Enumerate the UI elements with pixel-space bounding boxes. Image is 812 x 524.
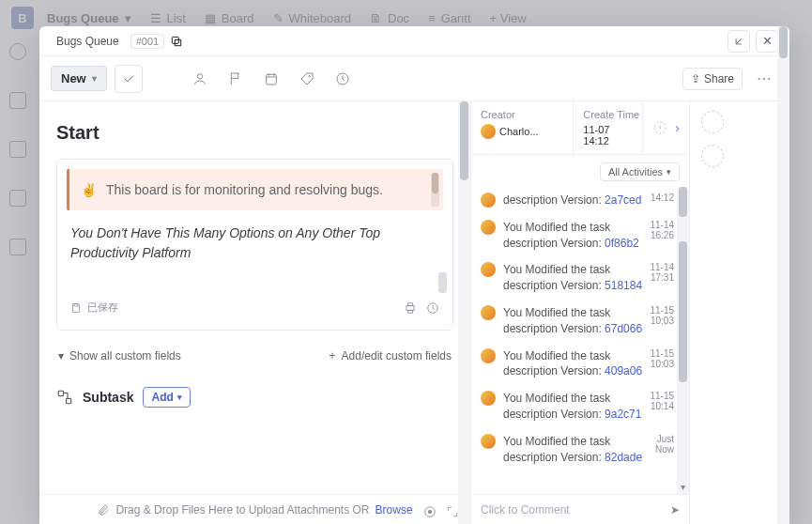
flag-icon[interactable] xyxy=(222,65,250,93)
activity-text: You Modified the task description Versio… xyxy=(503,262,642,294)
record-icon[interactable] xyxy=(423,505,437,518)
activity-feed: ▴ ▾ description Version: 2a7ced14:12You … xyxy=(471,187,689,494)
breadcrumb[interactable]: Bugs Queue xyxy=(51,33,125,50)
assignee-icon[interactable] xyxy=(186,65,214,93)
svg-rect-2 xyxy=(266,74,276,85)
activity-text: You Modified the task description Versio… xyxy=(503,391,642,423)
clock-dashed-icon[interactable] xyxy=(652,120,667,135)
estimate-icon[interactable] xyxy=(329,65,357,93)
notice-scrollbar[interactable] xyxy=(431,173,439,207)
activity-item: You Modified the task description Versio… xyxy=(481,385,683,428)
description-card: ✌️ This board is for monitoring and reso… xyxy=(56,159,453,331)
dropzone[interactable]: Drag & Drop Files Here to Upload Attachm… xyxy=(39,494,470,524)
show-fields-toggle[interactable]: ▾Show all custom fields xyxy=(58,349,181,362)
activity-time: 11-1416:26 xyxy=(650,220,674,252)
popout-icon[interactable] xyxy=(170,35,183,48)
svg-point-1 xyxy=(197,73,202,78)
activity-item: You Modified the task description Versio… xyxy=(481,214,683,257)
version-link[interactable]: 409a06 xyxy=(605,364,642,378)
version-link[interactable]: 0f86b2 xyxy=(605,237,639,250)
create-time-label: Create Time xyxy=(583,109,633,120)
left-scroll: Start ✌️ This board is for monitoring an… xyxy=(39,101,470,494)
calendar-icon[interactable] xyxy=(257,65,285,93)
meta-header: Creator Charlo... Create Time 11-0714:12… xyxy=(471,101,689,155)
activity-item: description Version: 2a7ced14:12 xyxy=(481,187,683,214)
rail-clock-icon[interactable] xyxy=(701,111,724,133)
minimize-button[interactable] xyxy=(728,30,750,53)
svg-point-3 xyxy=(309,75,310,76)
close-button[interactable]: ✕ xyxy=(756,30,778,53)
notice-banner: ✌️ This board is for monitoring and reso… xyxy=(67,169,443,210)
custom-fields-row: ▾Show all custom fields +Add/edit custom… xyxy=(56,346,453,366)
chevron-down-icon: ▾ xyxy=(666,167,671,177)
task-modal: Bugs Queue #001 ✕ New▾ ⇪Share ⋯ Start ✌️… xyxy=(39,26,789,524)
left-pane: Start ✌️ This board is for monitoring an… xyxy=(39,101,471,524)
svg-rect-5 xyxy=(74,303,78,306)
activity-item: You Modified the task description Versio… xyxy=(481,428,683,471)
version-link[interactable]: 2a7ced xyxy=(605,193,641,207)
complete-button[interactable] xyxy=(115,65,143,93)
svg-rect-8 xyxy=(408,310,413,313)
left-scrollbar[interactable] xyxy=(458,101,470,524)
modal-body: Start ✌️ This board is for monitoring an… xyxy=(39,101,789,524)
right-rail xyxy=(689,101,734,524)
activity-pane: Creator Charlo... Create Time 11-0714:12… xyxy=(471,101,689,524)
add-fields[interactable]: +Add/edit custom fields xyxy=(329,349,452,362)
version-link[interactable]: 9a2c71 xyxy=(605,408,641,421)
send-icon[interactable]: ➤ xyxy=(670,503,680,516)
activity-time: 11-1417:31 xyxy=(650,262,674,294)
avatar xyxy=(481,220,496,235)
avatar xyxy=(481,391,496,406)
modal-toolbar: New▾ ⇪Share ⋯ xyxy=(39,56,789,101)
browse-link[interactable]: Browse xyxy=(375,503,413,516)
svg-rect-10 xyxy=(58,391,63,395)
svg-point-13 xyxy=(428,510,432,514)
share-button[interactable]: ⇪Share xyxy=(682,68,743,90)
add-subtask-button[interactable]: Add▾ xyxy=(143,387,190,408)
rail-user-icon[interactable] xyxy=(701,145,724,167)
version-link[interactable]: 518184 xyxy=(605,279,642,292)
tag-icon[interactable] xyxy=(293,65,321,93)
notice-emoji: ✌️ xyxy=(81,182,97,197)
svg-rect-11 xyxy=(67,399,71,404)
version-link[interactable]: 82dade xyxy=(605,451,642,464)
more-icon[interactable]: ⋯ xyxy=(750,65,778,93)
modal-header: Bugs Queue #001 ✕ xyxy=(39,26,789,56)
notice-text: This board is for monitoring and resolvi… xyxy=(106,182,383,197)
activity-item: You Modified the task description Versio… xyxy=(481,256,683,300)
svg-rect-6 xyxy=(406,305,414,310)
feed-scrollbar[interactable]: ▴ ▾ xyxy=(677,187,689,494)
desc-scrollbar[interactable] xyxy=(438,272,447,293)
print-icon[interactable] xyxy=(404,301,417,315)
chevron-down-icon: ▾ xyxy=(58,349,64,362)
status-button[interactable]: New▾ xyxy=(51,66,107,91)
svg-rect-7 xyxy=(408,302,413,305)
description-text[interactable]: You Don't Have This Many Options on Any … xyxy=(57,220,452,295)
activity-text: You Modified the task description Versio… xyxy=(503,434,648,466)
comment-box[interactable]: Click to Comment ➤ xyxy=(471,494,689,524)
saved-row: 已保存 xyxy=(57,295,452,320)
expand-icon[interactable] xyxy=(446,505,459,518)
chevron-right-icon[interactable]: › xyxy=(675,120,680,135)
subtask-row: Subtask Add▾ xyxy=(56,387,453,408)
creator-label: Creator xyxy=(481,109,563,120)
save-icon xyxy=(70,302,82,314)
activity-time: 11-1510:03 xyxy=(650,348,674,380)
right-scrollbar[interactable] xyxy=(777,26,789,524)
task-id: #001 xyxy=(130,34,164,49)
svg-rect-0 xyxy=(173,37,179,43)
avatar xyxy=(481,124,496,139)
chevron-down-icon: ▾ xyxy=(92,73,97,84)
version-link[interactable]: 67d066 xyxy=(605,322,642,335)
history-icon[interactable] xyxy=(426,301,439,315)
activity-time: 14:12 xyxy=(651,193,674,208)
chevron-down-icon: ▾ xyxy=(177,393,182,402)
activity-filter[interactable]: All Activities▾ xyxy=(600,162,680,181)
activity-text: description Version: 2a7ced xyxy=(503,193,643,208)
scroll-down-icon[interactable]: ▾ xyxy=(677,482,689,492)
activity-text: You Modified the task description Versio… xyxy=(503,348,642,380)
avatar xyxy=(481,305,496,320)
activity-text: You Modified the task description Versio… xyxy=(503,305,642,337)
avatar xyxy=(481,262,496,277)
activity-time: 11-1510:14 xyxy=(650,391,674,423)
